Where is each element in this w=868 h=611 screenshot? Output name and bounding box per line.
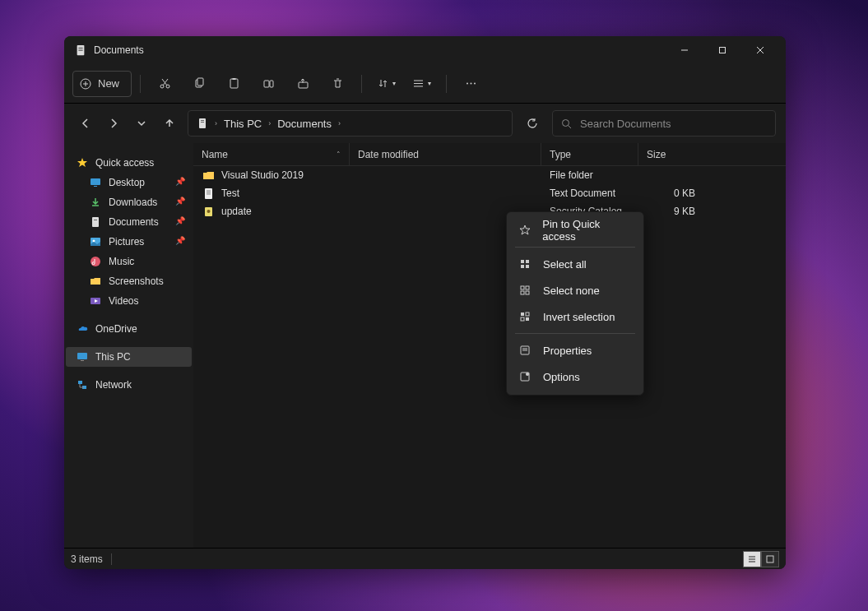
file-type: File folder	[550, 169, 593, 181]
paste-button[interactable]	[218, 71, 249, 97]
sidebar-label: Videos	[109, 295, 138, 307]
file-row[interactable]: Visual Studio 2019 File folder	[193, 166, 786, 184]
file-row[interactable]: update Security Catalog 9 KB	[193, 202, 786, 220]
column-type[interactable]: Type	[541, 143, 638, 165]
main-pane: Name˄ Date modified Type Size Visual Stu…	[193, 143, 786, 548]
status-item-count: 3 items	[71, 553, 103, 565]
file-size: 0 KB	[674, 187, 695, 199]
sidebar-thispc[interactable]: This PC	[66, 347, 192, 367]
svg-rect-43	[81, 360, 84, 361]
sidebar-item-music[interactable]: Music	[66, 252, 192, 271]
file-size: 9 KB	[674, 206, 695, 217]
copy-button[interactable]	[183, 71, 215, 97]
menu-options[interactable]: Options	[507, 363, 643, 390]
sidebar-label: This PC	[95, 351, 131, 363]
menu-label: Properties	[543, 345, 592, 357]
svg-rect-56	[521, 286, 524, 289]
column-date[interactable]: Date modified	[350, 143, 541, 165]
svg-rect-29	[201, 120, 204, 121]
search-field[interactable]: Search Documents	[552, 110, 776, 137]
back-button[interactable]	[74, 112, 97, 135]
sidebar-label: Downloads	[109, 197, 157, 208]
svg-rect-20	[270, 81, 273, 87]
sidebar-onedrive[interactable]: OneDrive	[66, 319, 192, 339]
sort-button[interactable]: ▾	[370, 71, 402, 97]
svg-rect-3	[78, 50, 82, 51]
download-icon	[89, 196, 102, 209]
file-name: Visual Studio 2019	[221, 169, 304, 181]
view-button[interactable]: ▾	[406, 71, 438, 97]
svg-point-31	[563, 119, 569, 126]
toolbar-separator	[446, 75, 447, 93]
documents-icon	[193, 118, 211, 129]
sidebar-item-downloads[interactable]: Downloads📌	[66, 192, 192, 212]
svg-rect-54	[521, 265, 524, 268]
new-icon	[80, 78, 91, 90]
refresh-button[interactable]	[519, 110, 545, 137]
svg-rect-58	[521, 291, 524, 294]
explorer-window: Documents New ▾ ▾	[64, 36, 786, 569]
svg-rect-37	[94, 220, 97, 220]
menu-label: Select all	[543, 258, 587, 271]
svg-rect-28	[199, 118, 206, 128]
folder-icon	[202, 169, 215, 182]
breadcrumb-segment[interactable]: Documents	[274, 118, 335, 130]
menu-pin-quick-access[interactable]: Pin to Quick access	[507, 217, 643, 243]
sidebar-item-screenshots[interactable]: Screenshots	[66, 271, 192, 291]
share-button[interactable]	[287, 71, 318, 97]
forward-button[interactable]	[102, 112, 125, 135]
sidebar-label: Screenshots	[109, 275, 164, 287]
maximize-button[interactable]	[703, 36, 741, 64]
sidebar-item-pictures[interactable]: Pictures📌	[66, 232, 192, 252]
select-none-icon	[518, 284, 531, 297]
select-all-icon	[518, 257, 531, 271]
file-name: Test	[221, 187, 239, 199]
network-icon	[76, 378, 89, 391]
sidebar-item-videos[interactable]: Videos	[66, 291, 192, 311]
file-type: Text Document	[550, 187, 615, 199]
sidebar-label: Music	[109, 256, 134, 267]
column-name[interactable]: Name˄	[193, 143, 350, 165]
svg-rect-59	[526, 291, 529, 294]
menu-select-none[interactable]: Select none	[507, 277, 643, 303]
minimize-button[interactable]	[666, 36, 703, 64]
search-placeholder: Search Documents	[580, 118, 671, 130]
menu-separator	[515, 247, 635, 248]
view-details-button[interactable]	[743, 551, 761, 567]
sidebar-label: Pictures	[109, 236, 144, 248]
document-icon	[89, 215, 102, 229]
pin-icon: 📌	[175, 197, 185, 206]
column-size[interactable]: Size	[638, 143, 703, 165]
sidebar-network[interactable]: Network	[66, 375, 192, 395]
svg-point-40	[91, 257, 100, 266]
menu-invert-selection[interactable]: Invert selection	[507, 303, 643, 330]
chevron-up-icon: ˄	[337, 150, 341, 159]
desktop-icon	[89, 176, 102, 189]
menu-select-all[interactable]: Select all	[507, 251, 643, 277]
context-menu: Pin to Quick access Select all Select no…	[506, 211, 644, 396]
menu-properties[interactable]: Properties	[507, 337, 643, 363]
cut-button[interactable]	[149, 71, 180, 97]
sidebar-item-documents[interactable]: Documents📌	[66, 212, 192, 232]
sidebar-label: Desktop	[109, 177, 145, 188]
chevron-right-icon: ›	[215, 119, 217, 127]
svg-rect-2	[78, 49, 82, 49]
svg-point-68	[526, 373, 529, 376]
menu-label: Options	[543, 371, 580, 383]
delete-button[interactable]	[322, 71, 353, 97]
breadcrumb-segment[interactable]: This PC	[220, 118, 265, 130]
history-button[interactable]	[130, 112, 153, 135]
svg-point-51	[207, 210, 210, 213]
catalog-icon	[202, 205, 215, 218]
sidebar-quickaccess[interactable]: Quick access	[66, 153, 192, 173]
close-button[interactable]	[741, 36, 779, 64]
view-large-button[interactable]	[761, 551, 779, 567]
more-button[interactable]	[455, 71, 486, 97]
rename-button[interactable]	[253, 71, 284, 97]
new-button[interactable]: New	[72, 71, 132, 97]
file-row[interactable]: Test Text Document 0 KB	[193, 184, 786, 202]
pin-icon: 📌	[175, 216, 185, 225]
address-field[interactable]: › This PC › Documents ›	[188, 110, 513, 137]
up-button[interactable]	[158, 112, 181, 135]
sidebar-item-desktop[interactable]: Desktop📌	[66, 173, 192, 192]
